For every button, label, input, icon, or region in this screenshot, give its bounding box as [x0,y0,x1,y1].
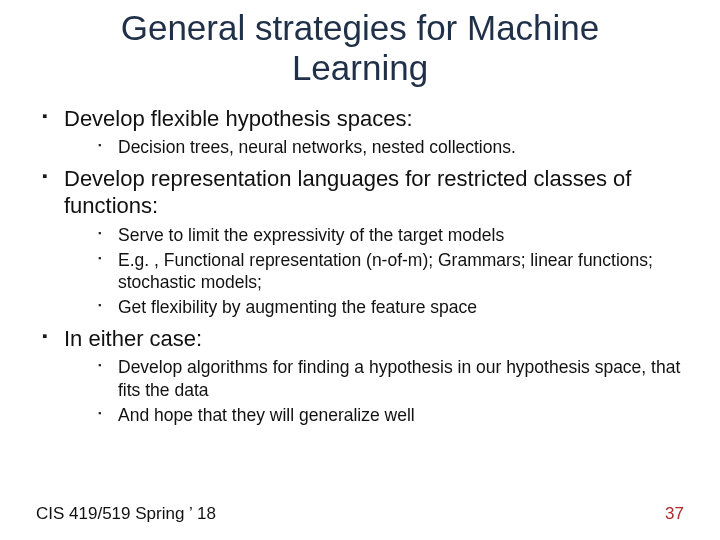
list-item: Develop flexible hypothesis spaces: Deci… [36,105,684,159]
slide-title: General strategies for Machine Learning [60,8,660,89]
sub-bullet-text: Decision trees, neural networks, nested … [118,137,516,157]
list-item: In either case: Develop algorithms for f… [36,325,684,427]
bullet-list: Develop flexible hypothesis spaces: Deci… [36,105,684,427]
list-item: Develop representation languages for res… [36,165,684,319]
sub-list-item: Get flexibility by augmenting the featur… [98,296,684,319]
sub-bullet-text: E.g. , Functional representation (n-of-m… [118,250,653,293]
sub-list-item: Decision trees, neural networks, nested … [98,136,684,159]
footer: CIS 419/519 Spring ’ 18 37 [36,504,684,524]
sub-list: Serve to limit the expressivity of the t… [64,224,684,319]
sub-list-item: E.g. , Functional representation (n-of-m… [98,249,684,295]
sub-list: Develop algorithms for finding a hypothe… [64,356,684,426]
sub-list: Decision trees, neural networks, nested … [64,136,684,159]
sub-list-item: Serve to limit the expressivity of the t… [98,224,684,247]
bullet-text: In either case: [64,326,202,351]
sub-bullet-text: Get flexibility by augmenting the featur… [118,297,477,317]
slide: General strategies for Machine Learning … [0,0,720,540]
page-number: 37 [665,504,684,524]
footer-left: CIS 419/519 Spring ’ 18 [36,504,216,524]
sub-list-item: And hope that they will generalize well [98,404,684,427]
bullet-text: Develop flexible hypothesis spaces: [64,106,413,131]
sub-bullet-text: And hope that they will generalize well [118,405,415,425]
sub-bullet-text: Serve to limit the expressivity of the t… [118,225,504,245]
sub-list-item: Develop algorithms for finding a hypothe… [98,356,684,402]
sub-bullet-text: Develop algorithms for finding a hypothe… [118,357,680,400]
bullet-text: Develop representation languages for res… [64,166,631,219]
